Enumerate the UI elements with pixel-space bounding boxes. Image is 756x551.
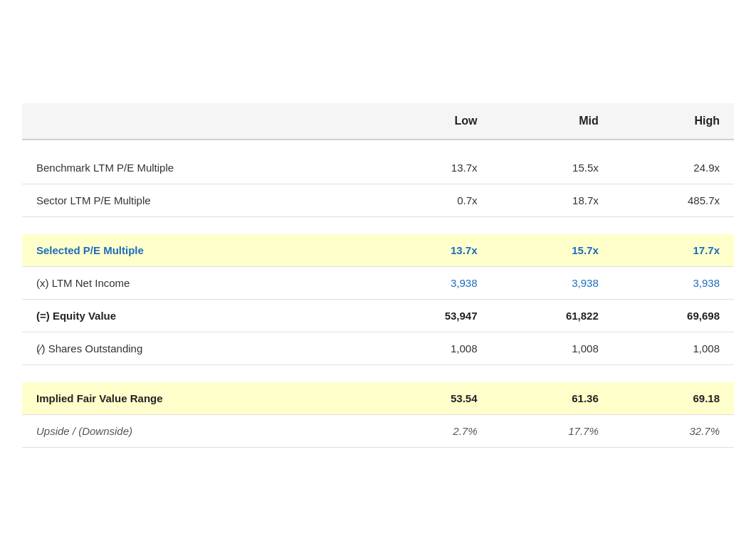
cell-low-upside-downside: 2.7%: [370, 415, 491, 448]
cell-mid-shares-outstanding: 1,008: [492, 332, 613, 365]
cell-low-ltm-net-income: 3,938: [370, 267, 491, 300]
cell-high-ltm-net-income: 3,938: [613, 267, 734, 300]
cell-mid-equity-value: 61,822: [492, 300, 613, 332]
table-row-upside-downside: Upside / (Downside)2.7%17.7%32.7%: [22, 415, 734, 448]
table-row-selected: Selected P/E Multiple13.7x15.7x17.7x: [22, 234, 734, 267]
table-row-sector: Sector LTM P/E Multiple0.7x18.7x485.7x: [22, 184, 734, 217]
cell-label-benchmark: Benchmark LTM P/E Multiple: [22, 152, 370, 184]
cell-label-ltm-net-income: (x) LTM Net Income: [22, 267, 370, 300]
header-label: [22, 103, 370, 140]
table-container: Low Mid High Benchmark LTM P/E Multiple1…: [22, 103, 734, 448]
header-high: High: [613, 103, 734, 140]
cell-mid-sector: 18.7x: [492, 184, 613, 217]
cell-label-selected: Selected P/E Multiple: [22, 234, 370, 267]
table-row-implied-fair-value: Implied Fair Value Range53.5461.3669.18: [22, 382, 734, 415]
cell-label-equity-value: (=) Equity Value: [22, 300, 370, 332]
row-spacer: [22, 226, 734, 234]
cell-high-implied-fair-value: 69.18: [613, 382, 734, 415]
cell-label-shares-outstanding: (∕) Shares Outstanding: [22, 332, 370, 365]
cell-low-shares-outstanding: 1,008: [370, 332, 491, 365]
header-low: Low: [370, 103, 491, 140]
header-spacer: [22, 140, 734, 152]
table-row-shares-outstanding: (∕) Shares Outstanding1,0081,0081,008: [22, 332, 734, 365]
cell-high-shares-outstanding: 1,008: [613, 332, 734, 365]
cell-mid-implied-fair-value: 61.36: [492, 382, 613, 415]
cell-high-equity-value: 69,698: [613, 300, 734, 332]
cell-mid-selected: 15.7x: [492, 234, 613, 267]
cell-mid-upside-downside: 17.7%: [492, 415, 613, 448]
row-spacer-after: [22, 217, 734, 226]
cell-high-sector: 485.7x: [613, 184, 734, 217]
cell-label-sector: Sector LTM P/E Multiple: [22, 184, 370, 217]
cell-low-implied-fair-value: 53.54: [370, 382, 491, 415]
cell-label-upside-downside: Upside / (Downside): [22, 415, 370, 448]
row-spacer-after: [22, 365, 734, 374]
header-mid: Mid: [492, 103, 613, 140]
row-spacer: [22, 374, 734, 382]
table-body: Benchmark LTM P/E Multiple13.7x15.5x24.9…: [22, 152, 734, 448]
table-header-row: Low Mid High: [22, 103, 734, 140]
cell-high-selected: 17.7x: [613, 234, 734, 267]
cell-label-implied-fair-value: Implied Fair Value Range: [22, 382, 370, 415]
table-row-benchmark: Benchmark LTM P/E Multiple13.7x15.5x24.9…: [22, 152, 734, 184]
cell-high-upside-downside: 32.7%: [613, 415, 734, 448]
cell-high-benchmark: 24.9x: [613, 152, 734, 184]
cell-low-selected: 13.7x: [370, 234, 491, 267]
table-row-ltm-net-income: (x) LTM Net Income3,9383,9383,938: [22, 267, 734, 300]
cell-low-sector: 0.7x: [370, 184, 491, 217]
table-row-equity-value: (=) Equity Value53,94761,82269,698: [22, 300, 734, 332]
cell-mid-benchmark: 15.5x: [492, 152, 613, 184]
cell-low-equity-value: 53,947: [370, 300, 491, 332]
cell-mid-ltm-net-income: 3,938: [492, 267, 613, 300]
valuation-table: Low Mid High Benchmark LTM P/E Multiple1…: [22, 103, 734, 448]
cell-low-benchmark: 13.7x: [370, 152, 491, 184]
